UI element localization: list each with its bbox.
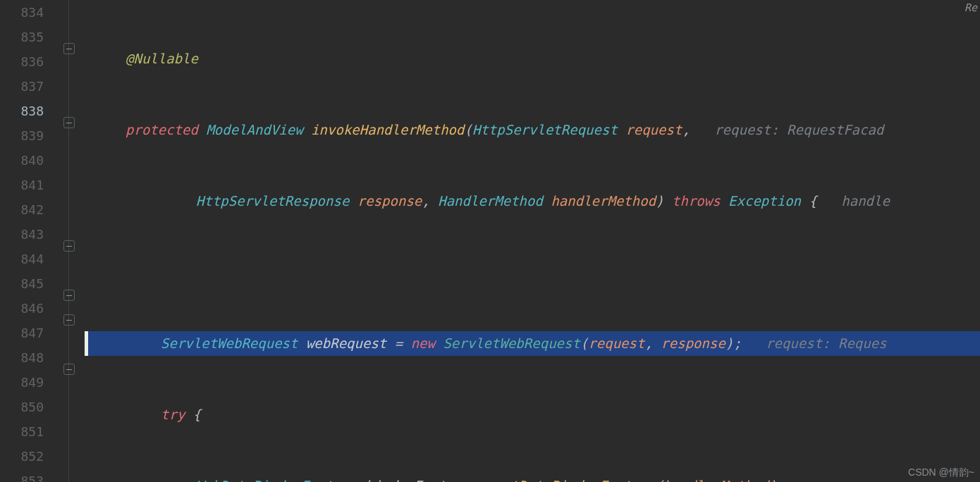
inlay-hint: Re — [964, 1, 977, 14]
fold-toggle-icon[interactable] — [63, 43, 75, 54]
fold-toggle-icon[interactable] — [63, 290, 75, 301]
line-number[interactable]: 844 — [0, 247, 44, 271]
line-number[interactable]: 846 — [0, 296, 44, 321]
code-line-current[interactable]: ServletWebRequest webRequest = new Servl… — [85, 331, 980, 356]
line-number[interactable]: 841 — [0, 173, 44, 197]
line-number[interactable]: 836 — [0, 49, 44, 74]
code-line[interactable]: WebDataBinderFactory binderFactory = get… — [85, 474, 980, 482]
code-line[interactable]: try { — [85, 402, 980, 427]
code-line[interactable]: protected ModelAndView invokeHandlerMeth… — [85, 118, 980, 142]
code-editor[interactable]: 8348358368378388398408418428438448458468… — [0, 0, 980, 482]
line-number[interactable]: 839 — [0, 123, 44, 148]
code-line[interactable]: HttpServletResponse response, HandlerMet… — [85, 189, 980, 214]
line-number[interactable]: 847 — [0, 321, 44, 345]
fold-toggle-icon[interactable] — [63, 314, 75, 326]
line-number[interactable]: 851 — [0, 419, 44, 444]
line-number[interactable]: 835 — [0, 25, 44, 49]
code-line[interactable] — [85, 260, 980, 285]
line-number[interactable]: 850 — [0, 395, 44, 419]
line-number[interactable]: 838 — [0, 99, 44, 123]
watermark: CSDN @情韵~ — [908, 466, 974, 479]
line-number[interactable]: 843 — [0, 222, 44, 247]
line-number[interactable]: 842 — [0, 197, 44, 222]
line-number[interactable]: 848 — [0, 345, 44, 370]
line-number[interactable]: 837 — [0, 74, 44, 99]
fold-toggle-icon[interactable] — [63, 117, 75, 128]
line-number-gutter[interactable]: 8348358368378388398408418428438448458468… — [0, 0, 56, 482]
line-number[interactable]: 852 — [0, 444, 44, 469]
code-area[interactable]: @Nullable protected ModelAndView invokeH… — [85, 0, 980, 482]
line-number[interactable]: 845 — [0, 271, 44, 296]
line-number[interactable]: 834 — [0, 0, 44, 25]
line-number[interactable]: 849 — [0, 370, 44, 395]
code-line[interactable]: @Nullable — [85, 47, 980, 71]
fold-column[interactable] — [56, 0, 85, 482]
line-number[interactable]: 853 — [0, 469, 44, 482]
fold-toggle-icon[interactable] — [63, 240, 75, 252]
line-number[interactable]: 840 — [0, 148, 44, 173]
fold-toggle-icon[interactable] — [63, 364, 75, 375]
